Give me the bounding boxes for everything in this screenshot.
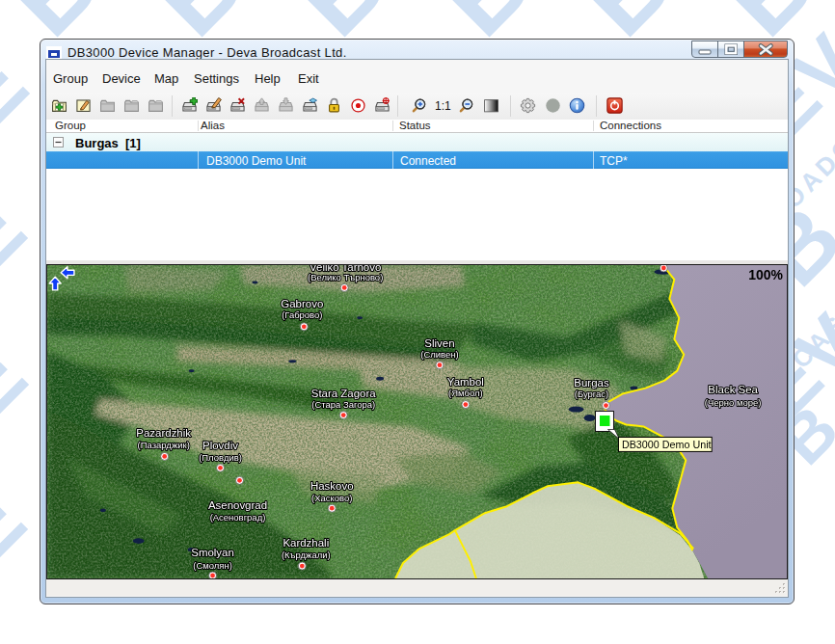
svg-text:(Кърджали): (Кърджали) (282, 550, 331, 560)
svg-text:Smolyan: Smolyan (191, 547, 234, 558)
svg-text:E: E (0, 326, 44, 438)
svg-text:(Ямбол): (Ямбол) (448, 388, 483, 398)
svg-text:E: E (0, 470, 43, 582)
svg-text:(Смолян): (Смолян) (193, 560, 232, 571)
svg-text:(Стара Загора): (Стара Загора) (311, 399, 375, 410)
svg-text:(Пловдив): (Пловдив) (199, 452, 242, 463)
svg-text:Black Sea: Black Sea (708, 384, 758, 395)
svg-text:Stara Zagora: Stara Zagora (311, 388, 376, 399)
svg-text:DB3000 Demo Unit: DB3000 Demo Unit (622, 439, 712, 450)
svg-text:Asenovgrad: Asenovgrad (208, 499, 267, 511)
svg-text:Plovdiv: Plovdiv (202, 440, 238, 451)
svg-text:(Асеновград): (Асеновград) (210, 512, 266, 523)
svg-text:Haskovo: Haskovo (310, 480, 354, 492)
svg-text:(Хасково): (Хасково) (311, 493, 352, 503)
svg-text:(Бургас): (Бургас) (575, 389, 608, 399)
svg-text:(Пазарджик): (Пазарджик) (138, 440, 190, 450)
svg-text:100%: 100% (748, 267, 783, 282)
svg-text:Kardzhali: Kardzhali (283, 537, 329, 549)
svg-text:(Черно море): (Черно море) (705, 397, 762, 408)
svg-text:(Габрово): (Габрово) (282, 309, 322, 320)
svg-text:Sliven: Sliven (424, 337, 454, 349)
svg-text:(Сливен): (Сливен) (420, 349, 458, 360)
svg-text:Pazardzhik: Pazardzhik (136, 427, 191, 439)
svg-text:Yambol: Yambol (447, 376, 484, 388)
svg-text:Burgas: Burgas (574, 377, 609, 389)
svg-text:Gabrovo: Gabrovo (281, 298, 323, 309)
svg-text:E: E (0, 179, 43, 291)
svg-text:(Велико Търново): (Велико Търново) (308, 272, 383, 282)
